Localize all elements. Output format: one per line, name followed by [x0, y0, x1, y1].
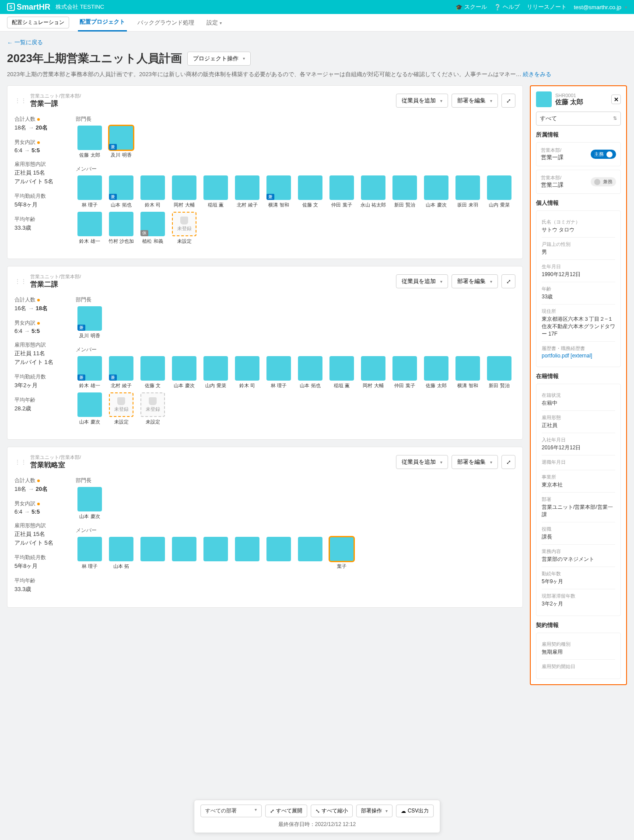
person-name: 鈴木 司	[145, 202, 161, 208]
employee-detail-panel: SHR0001 佐藤 太郎 ✕ すべて 所属情報 営業本部/営業一課 主務 営業…	[530, 85, 627, 685]
unassigned-slot[interactable]: 未登録 未設定	[139, 392, 167, 425]
person-card[interactable]: 林 理子	[76, 175, 104, 208]
person-card[interactable]: 山本 拓	[107, 537, 135, 570]
info-row: 入社年月日 2016年12月12日	[542, 433, 615, 455]
avatar	[266, 356, 291, 381]
add-employee-button[interactable]: 従業員を追加	[396, 94, 448, 108]
person-card[interactable]: 山本 慶次	[76, 392, 104, 425]
dept-path: 営業ユニット/営業本部/	[30, 273, 81, 280]
person-card[interactable]	[233, 537, 261, 570]
person-card[interactable]: 稲垣 薫	[328, 356, 356, 389]
avatar: 休	[140, 212, 165, 236]
expand-button[interactable]: ⤢	[501, 455, 515, 469]
person-card[interactable]: 新田 賢治	[485, 356, 513, 389]
person-card[interactable]	[139, 537, 167, 570]
sim-button[interactable]: 配置シミュレーション	[7, 17, 69, 28]
app-logo[interactable]: S SmartHR	[7, 3, 50, 12]
person-card[interactable]: 兼 及川 明香	[107, 126, 135, 158]
avatar	[266, 537, 291, 561]
edit-dept-button[interactable]: 部署を編集	[452, 455, 498, 469]
avatar	[203, 356, 228, 381]
person-name: 稲垣 薫	[334, 382, 350, 389]
person-card[interactable]: 鈴木 雄一	[76, 212, 104, 245]
person-card[interactable]: 山本 慶次	[422, 175, 450, 208]
person-card[interactable]: 佐藤 太郎	[422, 356, 450, 389]
person-card[interactable]: 坂田 未羽	[454, 175, 482, 208]
user-menu[interactable]: test@smarthr.co.jp	[574, 4, 627, 10]
person-card[interactable]: 兼 及川 明香	[76, 306, 104, 339]
expand-button[interactable]: ⤢	[501, 94, 515, 108]
project-operation-button[interactable]: プロジェクト操作	[187, 52, 251, 66]
person-card[interactable]: 永山 祐太郎	[359, 175, 387, 208]
avatar	[455, 356, 480, 381]
person-card[interactable]: 岡村 大輔	[359, 356, 387, 389]
person-card[interactable]: 葉子	[328, 537, 356, 570]
drag-handle-icon[interactable]: ⋮⋮	[14, 278, 27, 285]
person-card[interactable]	[296, 537, 324, 570]
person-card[interactable]: 鈴木 司	[139, 175, 167, 208]
nav-settings[interactable]: 設定	[205, 14, 224, 31]
read-more-link[interactable]: 続きをみる	[523, 71, 551, 77]
info-value: 33歳	[542, 293, 615, 301]
person-card[interactable]: 山内 愛菜	[485, 175, 513, 208]
person-card[interactable]: 林 理子	[76, 537, 104, 570]
affiliation-toggle[interactable]: 主務	[591, 150, 616, 159]
person-card[interactable]: 兼 鈴木 雄一	[76, 356, 104, 389]
person-card[interactable]: 山本 拓也	[296, 356, 324, 389]
person-card[interactable]: 佐藤 太郎	[76, 126, 104, 158]
info-row: 役職 課長	[542, 522, 615, 545]
edit-dept-button[interactable]: 部署を編集	[452, 94, 498, 108]
person-card[interactable]: 山本 慶次	[76, 487, 104, 520]
person-card[interactable]: 兼 山本 拓也	[107, 175, 135, 208]
filter-select[interactable]: すべて	[536, 112, 621, 126]
drag-handle-icon[interactable]: ⋮⋮	[14, 458, 27, 466]
person-card[interactable]: 稲垣 薫	[202, 175, 230, 208]
affiliation-toggle[interactable]: 兼務	[591, 177, 616, 186]
logo-icon: S	[7, 3, 15, 11]
expand-icon: ⤢	[506, 278, 511, 285]
info-row: 業務内容 営業部のマネジメント	[542, 545, 615, 567]
expand-button[interactable]: ⤢	[501, 274, 515, 288]
person-card[interactable]: 岡村 大輔	[170, 175, 198, 208]
add-employee-button[interactable]: 従業員を追加	[396, 274, 448, 288]
person-card[interactable]: 兼 横溝 智和	[265, 175, 293, 208]
person-card[interactable]: 林 理子	[265, 356, 293, 389]
school-link[interactable]: 🎓スクール	[455, 3, 487, 11]
edit-dept-button[interactable]: 部署を編集	[452, 274, 498, 288]
unassigned-slot[interactable]: 未登録 未設定	[170, 212, 198, 245]
person-card[interactable]: 山本 慶次	[170, 356, 198, 389]
person-card[interactable]	[202, 537, 230, 570]
avatar	[77, 537, 102, 561]
person-card[interactable]: 佐藤 文	[139, 356, 167, 389]
person-card[interactable]: 新田 賢治	[391, 175, 419, 208]
info-value: 正社員	[542, 422, 615, 429]
back-link[interactable]: ←一覧に戻る	[7, 38, 43, 46]
nav-background[interactable]: バックグラウンド処理	[136, 14, 196, 31]
person-card[interactable]: 鈴木 司	[233, 356, 261, 389]
info-link[interactable]: portfolio.pdf [external]	[542, 353, 615, 359]
company-name: 株式会社 TESTINC	[56, 3, 104, 11]
avatar	[77, 392, 102, 417]
person-card[interactable]: 北村 綾子	[233, 175, 261, 208]
close-button[interactable]: ✕	[611, 94, 621, 104]
person-card[interactable]: 仲田 葉子	[328, 175, 356, 208]
add-employee-button[interactable]: 従業員を追加	[396, 455, 448, 469]
person-card[interactable]: 横溝 智和	[454, 356, 482, 389]
unassigned-slot[interactable]: 未登録 未設定	[107, 392, 135, 425]
leave-badge: 休	[140, 230, 148, 236]
person-card[interactable]: 休 植松 和義	[139, 212, 167, 245]
info-value: 在籍中	[542, 399, 615, 407]
person-card[interactable]	[170, 537, 198, 570]
person-card[interactable]: 山内 愛菜	[202, 356, 230, 389]
person-name: 新田 賢治	[394, 202, 415, 208]
drag-handle-icon[interactable]: ⋮⋮	[14, 97, 27, 104]
release-notes-link[interactable]: リリースノート	[527, 3, 567, 11]
nav-project[interactable]: 配置プロジェクト	[78, 14, 127, 32]
avatar	[109, 537, 133, 561]
person-card[interactable]: 竹村 沙也加	[107, 212, 135, 245]
person-card[interactable]: 仲田 葉子	[391, 356, 419, 389]
person-card[interactable]: 佐藤 文	[296, 175, 324, 208]
help-link[interactable]: ❔ヘルプ	[494, 3, 520, 11]
person-card[interactable]	[265, 537, 293, 570]
person-card[interactable]: 兼 北村 綾子	[107, 356, 135, 389]
